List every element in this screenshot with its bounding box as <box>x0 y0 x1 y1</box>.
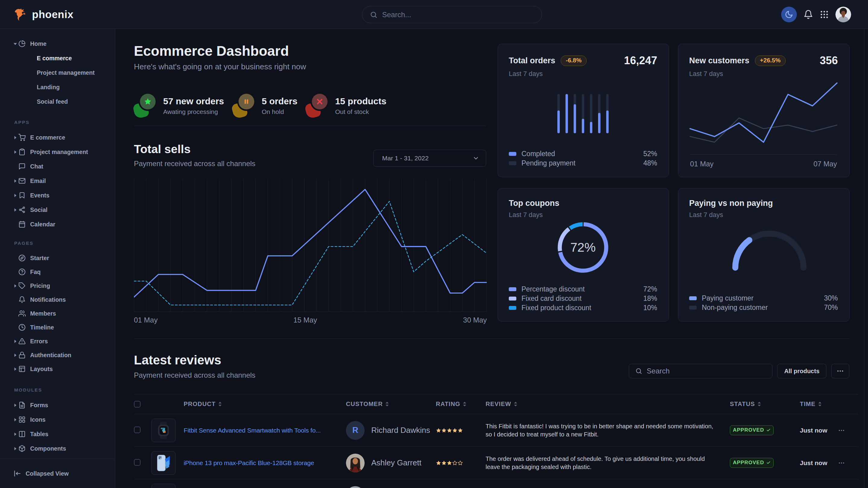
sidebar-item-starter[interactable]: Starter <box>0 251 115 265</box>
sidebar-item-email[interactable]: Email <box>0 174 115 188</box>
apps-menu-button[interactable] <box>820 10 829 19</box>
customer-name[interactable]: Ashley Garrett <box>371 458 421 467</box>
top-navbar: phoenix <box>0 0 868 29</box>
sidebar-item-faq[interactable]: Faq <box>0 265 115 279</box>
total-sells-series-dashed <box>134 201 487 305</box>
sidebar-item-layouts[interactable]: Layouts <box>0 362 115 376</box>
user-avatar[interactable] <box>835 7 851 22</box>
clipboard-icon <box>19 148 26 156</box>
bell-icon <box>19 296 26 303</box>
product-link[interactable]: iPhone 13 pro max-Pacific Blue-128GB sto… <box>184 459 314 466</box>
sidebar-item-forms[interactable]: Forms <box>0 398 115 412</box>
x-axis-label: 01 May <box>690 160 714 168</box>
sidebar-item-home[interactable]: Home <box>0 36 115 51</box>
sidebar-item-chat[interactable]: Chat <box>0 159 115 174</box>
status-badge-label: APPROVED <box>733 427 764 433</box>
latest-reviews-section: Latest reviews Payment received across a… <box>134 338 849 488</box>
sidebar-item-members[interactable]: Members <box>0 306 115 320</box>
customer-name[interactable]: Richard Dawkins <box>371 426 430 435</box>
customer-avatar[interactable]: R <box>346 421 365 440</box>
column-header-customer[interactable]: CUSTOMER <box>346 400 436 408</box>
brand-logo[interactable]: phoenix <box>14 8 73 21</box>
sidebar-item-social[interactable]: Social <box>0 202 115 217</box>
top-coupons-center-value: 72% <box>554 219 612 276</box>
order-bar <box>565 94 568 133</box>
sidebar-item-components[interactable]: Components <box>0 441 115 456</box>
sidebar-item-errors[interactable]: Errors <box>0 334 115 348</box>
customer-cell: RRichard Dawkins <box>346 421 436 440</box>
sidebar-item-label: Social <box>30 206 48 214</box>
sidebar-item-authentication[interactable]: Authentication <box>0 348 115 362</box>
paying-gauge-svg <box>724 223 815 273</box>
sidebar-item-notifications[interactable]: Notifications <box>0 293 115 306</box>
row-more-button[interactable] <box>838 427 845 434</box>
top-coupons-card: Top coupons Last 7 days 72% Percentage d… <box>498 188 669 322</box>
status-badge: APPROVED <box>730 425 774 435</box>
customer-avatar[interactable] <box>346 454 365 472</box>
date-range-select[interactable]: Mar 1 - 31, 2022 <box>373 150 486 167</box>
collapsed-view-toggle[interactable]: Collapsed View <box>0 459 115 488</box>
sidebar-subitem-landing[interactable]: Landing <box>0 80 115 94</box>
layout-icon <box>19 365 26 372</box>
navbar-search-input[interactable] <box>382 10 539 19</box>
column-header-product[interactable]: PRODUCT <box>184 400 346 408</box>
product-thumb-cell <box>151 484 184 488</box>
theme-toggle-button[interactable] <box>781 7 797 22</box>
column-header-time[interactable]: TIME <box>800 400 858 408</box>
sidebar-subitem-e-commerce[interactable]: E commerce <box>0 51 115 65</box>
column-header-label: RATING <box>436 400 460 408</box>
caret-right-icon <box>13 339 19 343</box>
top-coupons-legend-percentage-discount: Percentage discount72% <box>509 285 657 294</box>
dashboard-top: Ecommerce Dashboard Here's what's going … <box>134 29 849 338</box>
sidebar-item-events[interactable]: Events <box>0 188 115 202</box>
legend-label: Fixed card discount <box>522 294 582 303</box>
sidebar-subitem-project-management[interactable]: Project management <box>0 65 115 80</box>
search-icon <box>635 367 642 375</box>
column-header-status[interactable]: STATUS <box>730 400 800 408</box>
navbar-search[interactable] <box>362 6 542 23</box>
reviews-table-header: PRODUCTCUSTOMERRATINGREVIEWSTATUSTIME <box>134 394 858 414</box>
compass-icon <box>19 254 26 262</box>
total-orders-period: Last 7 days <box>509 70 657 78</box>
sidebar-item-label: Components <box>30 445 66 452</box>
new-customers-series-new-customers <box>690 83 837 142</box>
sort-icon <box>757 401 761 406</box>
column-header-rating[interactable]: RATING <box>436 400 486 408</box>
reviews-search-input[interactable] <box>647 367 766 375</box>
row-checkbox[interactable] <box>134 426 141 433</box>
stat-value: 15 products <box>335 96 386 106</box>
sidebar-item-project-management[interactable]: Project management <box>0 145 115 159</box>
calendar-icon <box>19 221 26 228</box>
legend-swatch <box>509 297 516 300</box>
customer-avatar[interactable] <box>346 486 365 488</box>
row-checkbox[interactable] <box>134 459 141 466</box>
total-sells-subtitle: Payment received across all channels <box>134 159 255 168</box>
sidebar-item-label: Pricing <box>30 283 50 289</box>
product-image-watch[interactable] <box>151 419 176 442</box>
notifications-button[interactable] <box>803 10 813 19</box>
select-all-checkbox[interactable] <box>134 401 141 408</box>
sidebar-item-e-commerce[interactable]: E commerce <box>0 130 115 145</box>
sort-icon <box>818 401 822 406</box>
sidebar-item-pricing[interactable]: Pricing <box>0 279 115 293</box>
sidebar-item-tables[interactable]: Tables <box>0 427 115 441</box>
reviews-more-button[interactable] <box>831 364 849 378</box>
sidebar-item-label: Home <box>30 40 46 47</box>
row-more-button[interactable] <box>838 459 845 466</box>
sidebar-item-timeline[interactable]: Timeline <box>0 320 115 334</box>
star-filled-icon <box>452 428 458 433</box>
column-header-label: TIME <box>800 400 815 408</box>
column-header-review[interactable]: REVIEW <box>486 400 730 408</box>
sidebar-subitem-social-feed[interactable]: Social feed <box>0 94 115 109</box>
sidebar-item-icons[interactable]: Icons <box>0 412 115 427</box>
sidebar-item-calendar[interactable]: Calendar <box>0 217 115 231</box>
paying-legend-paying-customer: Paying customer30% <box>689 294 838 303</box>
product-link[interactable]: Fitbit Sense Advanced Smartwatch with To… <box>184 427 320 434</box>
caret-right-icon <box>13 353 19 357</box>
reviews-search[interactable] <box>629 364 772 378</box>
all-products-button[interactable]: All products <box>777 364 826 378</box>
sidebar-item-label: E commerce <box>30 134 65 141</box>
product-cell: Fitbit Sense Advanced Smartwatch with To… <box>184 427 346 434</box>
product-image-phone[interactable] <box>151 451 176 475</box>
legend-label: Pending payment <box>522 159 576 167</box>
